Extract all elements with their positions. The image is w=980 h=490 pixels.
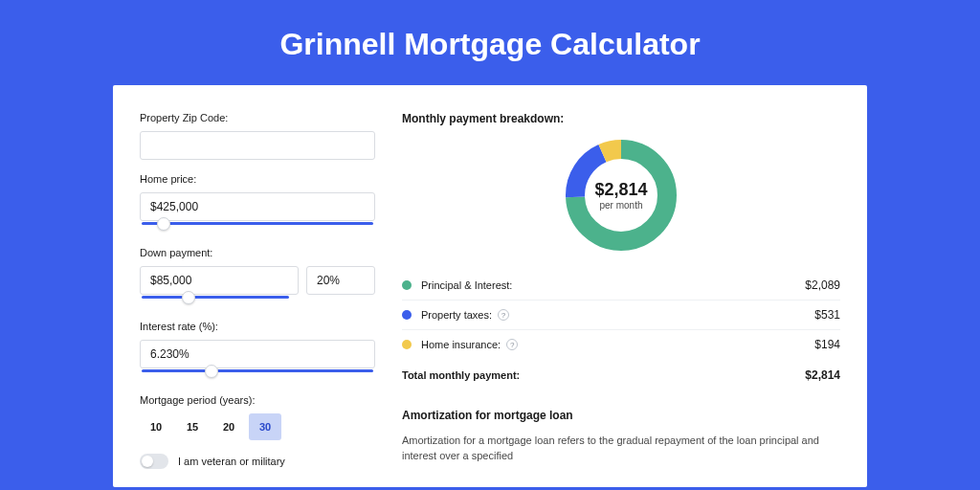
legend-label: Home insurance: ? <box>421 339 814 350</box>
legend-value: $2,089 <box>805 278 840 292</box>
home-price-slider[interactable] <box>140 220 375 234</box>
legend-label: Property taxes: ? <box>421 309 814 321</box>
down-payment-label: Down payment: <box>140 247 375 258</box>
legend-value: $194 <box>814 338 840 351</box>
donut-sub: per month <box>599 200 642 211</box>
interest-label: Interest rate (%): <box>140 321 375 332</box>
breakdown-title: Monthly payment breakdown: <box>402 112 840 125</box>
down-payment-input[interactable] <box>140 266 299 295</box>
period-15-button[interactable]: 15 <box>176 413 209 440</box>
input-panel: Property Zip Code: Home price: Down paym… <box>140 112 375 487</box>
period-button-group: 10 15 20 30 <box>140 413 375 440</box>
legend-taxes: Property taxes: ? $531 <box>402 301 840 330</box>
legend-value: $531 <box>814 308 840 322</box>
interest-input[interactable] <box>140 340 375 368</box>
total-label: Total monthly payment: <box>402 368 805 382</box>
legend-total: Total monthly payment: $2,814 <box>402 359 840 391</box>
calculator-card: Property Zip Code: Home price: Down paym… <box>113 85 867 487</box>
period-20-button[interactable]: 20 <box>212 413 245 440</box>
legend-label: Principal & Interest: <box>421 279 805 291</box>
info-icon[interactable]: ? <box>498 309 509 321</box>
breakdown-panel: Monthly payment breakdown: $2,814 per mo… <box>402 112 840 487</box>
amort-title: Amortization for mortgage loan <box>402 409 840 422</box>
period-30-button[interactable]: 30 <box>249 413 281 440</box>
veteran-label: I am veteran or military <box>178 456 285 467</box>
donut-amount: $2,814 <box>594 180 647 200</box>
payment-donut-chart: $2,814 per month <box>563 137 679 254</box>
interest-slider[interactable] <box>140 368 375 381</box>
info-icon[interactable]: ? <box>506 339 518 350</box>
home-price-label: Home price: <box>140 173 375 185</box>
period-10-button[interactable]: 10 <box>140 413 172 440</box>
amort-text: Amortization for a mortgage loan refers … <box>402 434 840 464</box>
down-payment-slider[interactable] <box>140 294 299 307</box>
dot-icon <box>402 280 412 290</box>
total-value: $2,814 <box>805 368 840 382</box>
zip-label: Property Zip Code: <box>140 112 375 123</box>
zip-input[interactable] <box>140 131 375 160</box>
veteran-toggle[interactable] <box>140 454 168 469</box>
legend-principal: Principal & Interest: $2,089 <box>402 271 840 301</box>
dot-icon <box>402 310 412 320</box>
period-label: Mortgage period (years): <box>140 394 375 406</box>
page-title: Grinnell Mortgage Calculator <box>0 0 980 85</box>
dot-icon <box>402 340 412 349</box>
amortization-section: Amortization for mortgage loan Amortizat… <box>402 409 840 464</box>
legend-insurance: Home insurance: ? $194 <box>402 330 840 359</box>
down-payment-pct-input[interactable] <box>306 266 375 295</box>
home-price-input[interactable] <box>140 192 375 221</box>
